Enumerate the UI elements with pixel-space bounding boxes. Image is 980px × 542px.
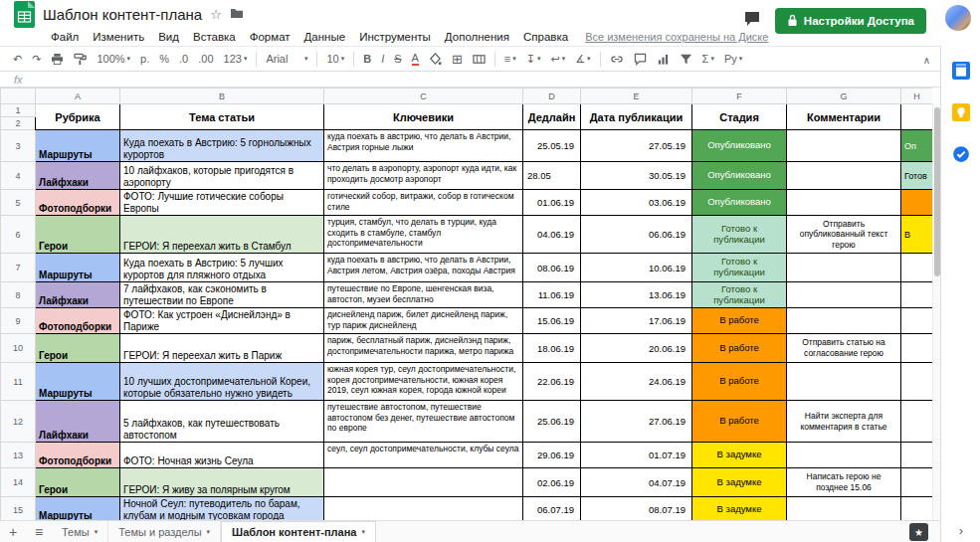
menu-item[interactable]: Вид — [151, 31, 186, 43]
cell-rubric[interactable]: Лайфхаки — [36, 401, 120, 443]
cell-topic[interactable]: Ночной Сеул: путеводитель по барам, клуб… — [120, 497, 324, 521]
cell-keywords[interactable] — [324, 497, 523, 521]
cell-rubric[interactable]: Лайфхаки — [36, 162, 120, 190]
column-header[interactable]: D — [523, 89, 581, 104]
cell-deadline[interactable]: 28.05 — [523, 162, 581, 190]
cell-topic[interactable]: ФОТО: Лучшие готические соборы Европы — [120, 190, 324, 216]
cell-stage[interactable]: Готово к публикации — [692, 282, 787, 308]
cell-extra[interactable] — [901, 443, 933, 468]
currency-format-button[interactable]: р. — [135, 48, 154, 70]
strikethrough-button[interactable]: S — [389, 48, 406, 70]
cell-stage[interactable]: Опубликовано — [692, 130, 787, 162]
row-header[interactable]: 11 — [1, 363, 36, 401]
cell-keywords[interactable]: куда поехать в австрию, что делать в Авс… — [324, 254, 523, 282]
redo-button[interactable]: ↷ — [27, 48, 46, 70]
header-cell[interactable]: Ключевики — [324, 104, 523, 130]
cell-rubric[interactable]: Маршруты — [36, 497, 120, 521]
cell-topic[interactable]: 10 лучших достопримечательной Кореи, кот… — [120, 363, 324, 401]
cell-comment[interactable] — [787, 497, 901, 521]
cell-extra[interactable] — [901, 363, 933, 401]
cell-keywords[interactable]: путешествие по Европе, шенгенская виза, … — [324, 282, 523, 308]
cell-keywords[interactable] — [324, 468, 523, 497]
header-cell[interactable]: Рубрика — [36, 104, 120, 130]
cell-deadline[interactable]: 18.06.19 — [523, 334, 581, 363]
cell-stage[interactable]: Готово к публикации — [692, 254, 787, 282]
row-header[interactable]: 9 — [1, 308, 36, 334]
cell-pubdate[interactable]: 04.07.19 — [581, 468, 692, 497]
cell-extra[interactable]: В — [901, 216, 933, 254]
merge-cells-button[interactable] — [468, 48, 490, 70]
cell-pubdate[interactable]: 27.06.19 — [581, 401, 692, 443]
cell-keywords[interactable]: турция, стамбул, что делать в турции, ку… — [324, 216, 523, 254]
decrease-decimal-button[interactable]: .0 — [174, 48, 193, 70]
cell-rubric[interactable]: Маршруты — [36, 363, 120, 401]
cell-stage[interactable]: В задумке — [692, 497, 787, 521]
text-wrap-button[interactable]: ↩▾ — [545, 48, 570, 70]
cell-extra[interactable]: Готов — [901, 162, 933, 190]
cell-stage[interactable]: Готово к публикации — [692, 216, 787, 254]
cell-deadline[interactable]: 29.06.19 — [523, 443, 581, 468]
cell-deadline[interactable]: 11.06.19 — [523, 282, 581, 308]
menu-item[interactable]: Изменить — [86, 31, 151, 43]
cell-pubdate[interactable]: 03.06.19 — [581, 190, 692, 216]
undo-button[interactable]: ↶ — [8, 48, 27, 70]
cell-keywords[interactable]: южная корея тур, сеул достопримечательно… — [324, 363, 523, 401]
cell-topic[interactable]: 10 лайфхаков, которые пригодятся в аэроп… — [120, 162, 324, 190]
comments-icon[interactable] — [743, 11, 761, 32]
cell-deadline[interactable]: 06.07.19 — [523, 497, 581, 521]
fill-color-button[interactable] — [424, 48, 447, 70]
input-tools-button[interactable]: Ру▾ — [719, 48, 747, 70]
cell-rubric[interactable]: Герои — [36, 334, 120, 363]
cell-topic[interactable]: ГЕРОИ: Я переехал жить в Париж — [120, 334, 324, 363]
avatar[interactable] — [945, 5, 971, 31]
row-header[interactable]: 10 — [1, 334, 36, 363]
cell-comment[interactable] — [787, 130, 901, 162]
cell-deadline[interactable]: 25.06.19 — [523, 401, 581, 443]
row-header[interactable]: 5 — [1, 190, 36, 216]
cell-deadline[interactable]: 15.06.19 — [523, 308, 581, 334]
menu-item[interactable]: Формат — [243, 31, 297, 43]
row-header[interactable]: 4 — [1, 162, 36, 190]
calendar-icon[interactable] — [952, 62, 970, 84]
row-header[interactable]: 7 — [1, 254, 36, 282]
corner-cell[interactable] — [1, 89, 36, 104]
header-cell[interactable] — [901, 104, 933, 130]
keep-icon[interactable] — [952, 103, 970, 125]
explore-button[interactable]: ★ — [909, 523, 928, 541]
cell-extra[interactable] — [901, 308, 933, 334]
formula-bar[interactable]: fx — [0, 72, 980, 88]
vertical-scrollbar[interactable] — [932, 103, 940, 520]
sheets-logo-icon[interactable] — [14, 1, 35, 28]
cell-stage[interactable]: В работе — [692, 334, 787, 363]
menu-item[interactable]: Справка — [516, 31, 575, 43]
cell-comment[interactable] — [787, 282, 901, 308]
cell-deadline[interactable]: 25.05.19 — [523, 130, 581, 162]
row-header[interactable]: 3 — [1, 130, 36, 162]
cell-topic[interactable]: ФОТО: Как устроен «Диснейлэнд» в Париже — [120, 308, 324, 334]
column-header[interactable]: F — [692, 89, 787, 104]
cell-pubdate[interactable]: 17.06.19 — [581, 308, 692, 334]
cell-extra[interactable] — [901, 401, 933, 443]
cell-comment[interactable]: Отправить статью на согласование герою — [787, 334, 901, 363]
italic-button[interactable]: I — [376, 48, 389, 70]
cell-keywords[interactable]: куда поехать в австрию, что делать в Авс… — [324, 130, 523, 162]
cell-rubric[interactable]: Фотоподборки — [36, 443, 120, 468]
cell-topic[interactable]: 5 лайфхаков, как путешествовать автостоп… — [120, 401, 324, 443]
cell-rubric[interactable]: Герои — [36, 216, 120, 254]
cell-keywords[interactable]: что делать в аэропорту, аэропорт куда ид… — [324, 162, 523, 190]
cell-pubdate[interactable]: 13.06.19 — [581, 282, 692, 308]
cell-comment[interactable] — [787, 190, 901, 216]
cell-extra[interactable] — [901, 334, 933, 363]
header-cell[interactable]: Стадия — [692, 104, 787, 130]
column-header[interactable]: G — [787, 89, 901, 104]
cell-comment[interactable] — [787, 443, 901, 468]
save-status-link[interactable]: Все изменения сохранены на Диске — [585, 31, 768, 43]
cell-topic[interactable]: ГЕРОИ: Я живу за полярным кругом — [120, 468, 324, 497]
row-header[interactable]: 8 — [1, 282, 36, 308]
cell-pubdate[interactable]: 30.05.19 — [581, 162, 692, 190]
cell-pubdate[interactable]: 08.07.19 — [581, 497, 692, 521]
column-header[interactable]: H — [901, 89, 933, 104]
cell-stage[interactable]: В работе — [692, 363, 787, 401]
cell-comment[interactable] — [787, 363, 901, 401]
folder-icon[interactable] — [230, 7, 244, 21]
